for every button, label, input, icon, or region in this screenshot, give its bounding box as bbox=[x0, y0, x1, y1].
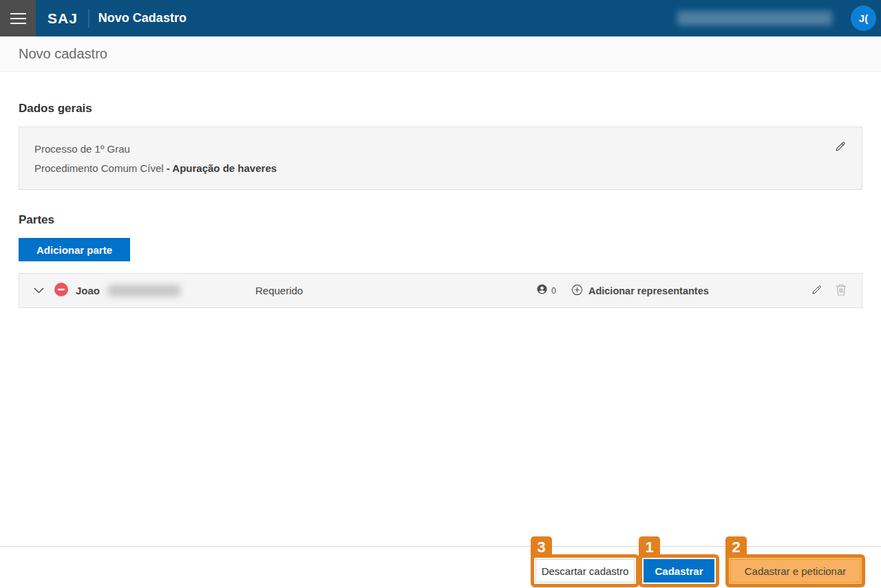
party-role: Requerido bbox=[255, 285, 536, 296]
delete-party-button[interactable] bbox=[836, 283, 847, 298]
person-circle-icon bbox=[536, 283, 548, 298]
annotation-box-register-petition: 2 Cadastrar e peticionar bbox=[725, 554, 865, 587]
representatives-group: 0 Adicionar representantes bbox=[536, 283, 709, 298]
annotation-tag-3: 3 bbox=[531, 536, 552, 558]
main-content: Dados gerais Processo de 1º Grau Procedi… bbox=[0, 102, 881, 308]
trash-icon bbox=[836, 283, 847, 298]
representatives-count: 0 bbox=[551, 286, 556, 296]
chevron-down-icon bbox=[34, 285, 44, 296]
app-header: SAJ Novo Cadastro J( bbox=[0, 0, 881, 36]
hamburger-icon bbox=[10, 18, 26, 19]
party-row-actions bbox=[811, 283, 847, 298]
remove-party-button[interactable] bbox=[54, 283, 68, 298]
add-representatives-label: Adicionar representantes bbox=[588, 285, 709, 296]
annotation-tag-2: 2 bbox=[725, 536, 747, 558]
dados-gerais-heading: Dados gerais bbox=[19, 102, 862, 116]
page-title: Novo Cadastro bbox=[98, 11, 187, 25]
add-party-button[interactable]: Adicionar parte bbox=[19, 238, 130, 261]
process-class-label: Procedimento Comum Cível - Apuração de h… bbox=[34, 162, 847, 174]
footer-bar: 3 Descartar cadastro 1 Cadastrar 2 Cadas… bbox=[0, 546, 881, 588]
discard-registration-button[interactable]: Descartar cadastro bbox=[535, 559, 635, 582]
redacted-party-surname bbox=[108, 285, 180, 296]
minus-circle-icon bbox=[54, 283, 68, 298]
pencil-icon bbox=[811, 284, 822, 298]
redacted-user-name bbox=[677, 11, 832, 25]
edit-dados-gerais-button[interactable] bbox=[834, 140, 847, 155]
plus-circle-icon bbox=[571, 284, 583, 298]
dados-gerais-panel: Processo de 1º Grau Procedimento Comum C… bbox=[19, 127, 862, 190]
register-button[interactable]: Cadastrar bbox=[644, 559, 714, 582]
process-class-regular: Procedimento Comum Cível bbox=[34, 162, 167, 174]
party-row: Joao Requerido 0 Adicionar representante… bbox=[19, 273, 862, 308]
register-and-petition-button[interactable]: Cadastrar e peticionar bbox=[730, 559, 860, 582]
process-subject-bold: - Apuração de haveres bbox=[167, 162, 277, 174]
hamburger-icon bbox=[10, 13, 26, 14]
breadcrumb-bar: Novo cadastro bbox=[0, 36, 881, 72]
edit-party-button[interactable] bbox=[811, 284, 822, 298]
annotation-box-register: 1 Cadastrar bbox=[639, 554, 719, 587]
breadcrumb: Novo cadastro bbox=[19, 46, 107, 62]
avatar[interactable]: J( bbox=[851, 6, 876, 31]
annotation-tag-1: 1 bbox=[639, 536, 660, 558]
add-representatives-button[interactable]: Adicionar representantes bbox=[571, 284, 709, 298]
hamburger-icon bbox=[10, 23, 26, 24]
saj-logo[interactable]: SAJ bbox=[47, 10, 78, 27]
hamburger-menu-button[interactable] bbox=[0, 0, 36, 36]
party-name: Joao bbox=[76, 285, 100, 296]
header-divider bbox=[88, 9, 89, 28]
annotation-box-discard: 3 Descartar cadastro bbox=[531, 554, 639, 587]
process-type-label: Processo de 1º Grau bbox=[34, 143, 847, 155]
pencil-icon bbox=[834, 140, 847, 155]
partes-heading: Partes bbox=[19, 213, 862, 227]
expand-party-button[interactable] bbox=[34, 285, 44, 296]
